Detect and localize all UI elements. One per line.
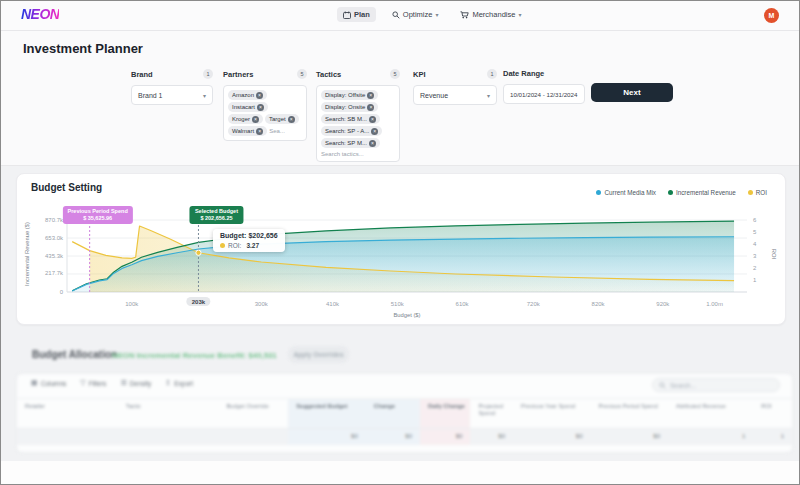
search-placeholder: Search... [670, 382, 696, 389]
remove-chip-icon[interactable]: × [369, 116, 376, 123]
chevron-down-icon: ▾ [487, 92, 490, 99]
tactic-chip[interactable]: Search: SP - A...× [321, 126, 382, 136]
legend-dot-icon [596, 190, 601, 195]
partner-chip[interactable]: Walmart× [228, 126, 267, 136]
neon-logo: NEON [21, 6, 59, 22]
density-icon: ☰ [120, 379, 126, 387]
nav-plan-label: Plan [354, 10, 370, 19]
remove-chip-icon[interactable]: × [257, 104, 264, 111]
chevron-down-icon: ▾ [203, 92, 206, 99]
nav-plan[interactable]: Plan [337, 7, 376, 22]
partner-search-placeholder[interactable]: Sea... [269, 128, 285, 134]
partner-chip[interactable]: Target× [265, 114, 299, 124]
tactic-chip[interactable]: Display: Offsite× [321, 90, 378, 100]
remove-chip-icon[interactable]: × [371, 128, 378, 135]
remove-chip-icon[interactable]: × [288, 116, 295, 123]
tactic-chip[interactable]: Display: Onsite× [321, 102, 378, 112]
y-tick-left: 870.7k [25, 217, 63, 223]
remove-chip-icon[interactable]: × [256, 128, 263, 135]
column-header: Budget Override [219, 399, 289, 428]
remove-chip-icon[interactable]: × [369, 140, 376, 147]
incremental-revenue-benefit: NEON Incremental Revenue Benefit: $40,53… [112, 351, 277, 360]
table-totals-row: $0$0$0$0$0$011 [17, 428, 792, 445]
partners-multiselect[interactable]: Amazon×Instacart×Kroger×Target×Walmart×S… [223, 85, 307, 141]
nav-optimize[interactable]: Optimize ▾ [386, 7, 445, 22]
brand-select[interactable]: Brand 1 ▾ [131, 85, 213, 105]
legend-dot-icon [668, 190, 673, 195]
legend-item[interactable]: ROI [748, 189, 767, 196]
x-tick: 1.00m [706, 301, 723, 307]
legend-label: Incremental Revenue [676, 189, 736, 196]
x-tick: 510k [391, 301, 404, 307]
y-tick-right: 1 [753, 277, 756, 283]
x-tick: 410k [326, 301, 339, 307]
previous-period-spend-value: $ 35,625.96 [68, 215, 128, 222]
legend-item[interactable]: Incremental Revenue [668, 189, 736, 196]
filter-tactics: Tactics 5 Display: Offsite×Display: Onsi… [316, 69, 400, 162]
remove-chip-icon[interactable]: × [367, 104, 374, 111]
partners-label: Partners [223, 70, 253, 79]
previous-period-spend-label: Previous Period Spend [68, 208, 128, 215]
remove-chip-icon[interactable]: × [252, 116, 259, 123]
brand-count-badge: 1 [203, 69, 213, 79]
chart-legend: Current Media MixIncremental RevenueROI [596, 189, 767, 196]
toolbar-filters-button: ▽Filters [80, 379, 106, 387]
user-avatar[interactable]: M [764, 8, 779, 23]
tactic-chip[interactable]: Search: SP M...× [321, 138, 380, 148]
toolbar-export-button: ↥Export [165, 379, 193, 387]
kpi-select[interactable]: Revenue ▾ [413, 85, 497, 105]
legend-label: Current Media Mix [604, 189, 655, 196]
legend-item[interactable]: Current Media Mix [596, 189, 655, 196]
column-header: Tactic [118, 399, 219, 428]
selected-budget-label: Selected Budget [195, 208, 238, 215]
partners-count-badge: 5 [297, 69, 307, 79]
tactic-chip[interactable]: Search: SB M...× [321, 114, 380, 124]
y-tick-right: 2 [753, 265, 756, 271]
partner-chip[interactable]: Amazon× [228, 90, 267, 100]
bottom-spacer [1, 461, 799, 485]
partners-chip-list: Amazon×Instacart×Kroger×Target×Walmart×S… [228, 90, 302, 136]
date-range-value: 10/01/2024 - 12/31/2024 [510, 91, 577, 98]
x-tick: 720k [527, 301, 540, 307]
budget-setting-card: Budget Setting Current Media MixIncremen… [16, 173, 786, 325]
total-cell: $0 [366, 429, 420, 445]
column-header: Daily Change [420, 399, 470, 428]
total-cell: 1 [668, 429, 753, 445]
search-icon [392, 11, 400, 19]
date-range-input[interactable]: 10/01/2024 - 12/31/2024 [503, 84, 585, 104]
main-nav: Plan Optimize ▾ Merchandise ▾ [337, 7, 527, 22]
legend-dot-icon [748, 190, 753, 195]
x-tick: 610k [456, 301, 469, 307]
tactics-multiselect[interactable]: Display: Offsite×Display: Onsite×Search:… [316, 85, 400, 162]
y-tick-right: 3 [753, 253, 756, 259]
filter-kpi: KPI 1 Revenue ▾ [413, 69, 497, 105]
next-button[interactable]: Next [591, 83, 673, 102]
y-tick-left: 0 [25, 289, 63, 295]
nav-optimize-label: Optimize [403, 10, 433, 19]
column-header: Previous Year Spend [513, 399, 591, 428]
toolbar-label: Filters [89, 380, 107, 387]
total-cell: $0 [513, 429, 591, 445]
budget-chart[interactable] [67, 212, 747, 297]
app-window: NEON Plan Optimize ▾ Merchandise ▾ M Inv… [0, 0, 800, 485]
tactics-count-badge: 5 [390, 69, 400, 79]
previous-period-spend-badge: Previous Period Spend $ 35,625.96 [63, 206, 133, 224]
tactics-search-placeholder[interactable]: Search tactics... [321, 151, 395, 157]
chevron-down-icon: ▾ [435, 11, 438, 18]
selected-budget-badge: Selected Budget $ 202,656.25 [190, 206, 243, 224]
y-tick-left: 217.7k [25, 270, 63, 276]
remove-chip-icon[interactable]: × [367, 92, 374, 99]
nav-merchandise[interactable]: Merchandise ▾ [454, 7, 527, 22]
partner-chip[interactable]: Instacart× [228, 102, 268, 112]
tooltip-roi-value: 3.27 [246, 242, 259, 249]
tooltip-budget: Budget: $202,656 [220, 232, 278, 239]
partner-chip[interactable]: Kroger× [228, 114, 263, 124]
remove-chip-icon[interactable]: × [256, 92, 263, 99]
total-cell: $0 [591, 429, 669, 445]
kpi-value: Revenue [420, 92, 448, 99]
column-header: Change [366, 399, 420, 428]
date-range-label: Date Range [503, 69, 544, 78]
table-search-input: Search... [652, 378, 780, 392]
y-tick-right: 6 [753, 217, 756, 223]
selected-budget-value: $ 202,656.25 [195, 215, 238, 222]
